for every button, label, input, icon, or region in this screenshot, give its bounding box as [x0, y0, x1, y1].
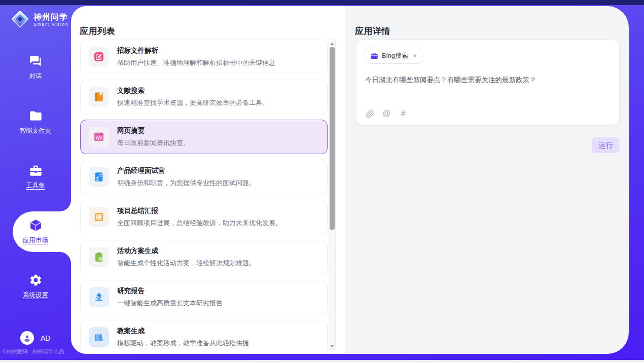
- arrow-up-icon: [330, 43, 334, 45]
- logo-title: 神州问学: [33, 13, 69, 22]
- app-list-pane: 应用列表 招标文件解析帮助用户快速、准确地理解和解析招标书中的关键信息文献搜索快…: [71, 6, 345, 354]
- app-detail-pane: 应用详情 Bing搜索 × 今日湖北有哪些新闻要点？有哪些需要关注的最新政策？ …: [345, 6, 629, 354]
- at-sign-icon[interactable]: @: [382, 109, 391, 118]
- app-card[interactable]: 招标文件解析帮助用户快速、准确地理解和解析招标书中的关键信息: [80, 40, 328, 74]
- scroll-up-button[interactable]: [329, 40, 335, 47]
- app-card[interactable]: 网页摘要每日政府新闻资讯快查。: [80, 120, 328, 154]
- app-logo: 神州问学 Smart Vision: [11, 10, 69, 30]
- app-card-desc: 全面回顾项目进展，总结经验教训，助力未来优化发展。: [117, 219, 282, 228]
- cube-icon: [29, 219, 43, 232]
- app-card[interactable]: 研究报告一键智能生成高质量长文本研究报告: [80, 280, 328, 314]
- input-toolbar: @#: [365, 109, 408, 118]
- scroll-down-button[interactable]: [329, 342, 335, 349]
- app-card-desc: 模板驱动，教案秒成，教学准备从此轻松快捷: [117, 339, 249, 348]
- app-card[interactable]: 教案生成模板驱动，教案秒成，教学准备从此轻松快捷: [80, 320, 328, 350]
- sidebar: 神州问学 Smart Vision 对话智能文件夹工具集应用市场系统设置 AD …: [0, 5, 71, 360]
- arrow-down-icon: [330, 345, 334, 347]
- scrollbar[interactable]: [329, 40, 336, 350]
- bottom-strip: [0, 360, 644, 362]
- app-card-title: 产品经理面试官: [117, 166, 256, 175]
- clipboard-check-icon: [89, 247, 109, 267]
- sidebar-item-folder[interactable]: 智能文件夹: [0, 95, 71, 150]
- user-avatar[interactable]: [20, 331, 34, 345]
- app-card-desc: 一键智能生成高质量长文本研究报告: [117, 299, 223, 308]
- browser-code-icon: [89, 127, 109, 147]
- logo-subtitle: Smart Vision: [33, 22, 69, 27]
- sidebar-item-chat[interactable]: 对话: [0, 40, 71, 95]
- app-card-desc: 快速精准查找学术资源，提高研究效率的必备工具。: [117, 98, 269, 107]
- hash-icon[interactable]: #: [399, 109, 408, 118]
- app-card-title: 招标文件解析: [117, 46, 275, 55]
- folder-icon: [29, 109, 43, 123]
- copyright-text: ©神州数码 · 神州问学出品: [3, 348, 64, 355]
- app-card-desc: 每日政府新闻资讯快查。: [117, 138, 190, 148]
- resume-person-icon: [89, 167, 109, 187]
- gear-icon: [29, 273, 43, 287]
- microscope-icon: [89, 287, 109, 307]
- app-card-title: 研究报告: [117, 286, 223, 296]
- paperclip-icon[interactable]: [365, 109, 374, 118]
- diamond-logo-icon: [11, 10, 29, 30]
- app-card[interactable]: 文献搜索快速精准查找学术资源，提高研究效率的必备工具。: [80, 80, 328, 114]
- sidebar-item-gear[interactable]: 系统设置: [0, 259, 71, 314]
- user-menu[interactable]: AD: [20, 331, 50, 345]
- doc-edit-icon: [89, 47, 109, 67]
- briefcase-icon: [370, 52, 378, 60]
- tool-chip-bing-search[interactable]: Bing搜索 ×: [365, 48, 422, 64]
- app-card-desc: 明确身份和职责，为您提供专业性的面试问题。: [117, 178, 256, 188]
- app-card-title: 文献搜索: [117, 86, 269, 95]
- scrollbar-thumb[interactable]: [330, 47, 335, 230]
- app-card-title: 活动方案生成: [117, 246, 256, 256]
- prompt-input-card[interactable]: Bing搜索 × 今日湖北有哪些新闻要点？有哪些需要关注的最新政策？ @#: [356, 40, 620, 125]
- sidebar-item-cube[interactable]: 应用市场: [0, 204, 71, 259]
- app-card[interactable]: 产品经理面试官明确身份和职责，为您提供专业性的面试问题。: [80, 160, 328, 194]
- toolbox-icon: [29, 164, 43, 177]
- app-list-title: 应用列表: [80, 25, 115, 37]
- sidebar-item-toolbox[interactable]: 工具集: [0, 150, 71, 204]
- tool-chip-label: Bing搜索: [382, 51, 408, 60]
- app-card-title: 网页摘要: [117, 126, 190, 135]
- app-card-desc: 帮助用户快速、准确地理解和解析招标书中的关键信息: [117, 58, 275, 67]
- sidebar-item-label: 工具集: [26, 182, 45, 190]
- user-name: AD: [41, 334, 50, 342]
- app-list: 招标文件解析帮助用户快速、准确地理解和解析招标书中的关键信息文献搜索快速精准查找…: [80, 40, 328, 350]
- sidebar-item-label: 系统设置: [23, 291, 48, 300]
- books-icon: [89, 327, 109, 347]
- note-grid-icon: [89, 207, 109, 227]
- run-button[interactable]: 运行: [592, 137, 620, 153]
- sidebar-item-label: 应用市场: [23, 236, 48, 245]
- close-icon[interactable]: ×: [413, 52, 417, 59]
- app-card[interactable]: 项目总结汇报全面回顾项目进展，总结经验教训，助力未来优化发展。: [80, 200, 328, 234]
- query-text[interactable]: 今日湖北有哪些新闻要点？有哪些需要关注的最新政策？: [365, 76, 611, 85]
- app-detail-title: 应用详情: [355, 25, 390, 37]
- main-panels: 应用列表 招标文件解析帮助用户快速、准确地理解和解析招标书中的关键信息文献搜索快…: [71, 6, 629, 354]
- sidebar-item-label: 对话: [29, 72, 42, 81]
- sidebar-nav: 对话智能文件夹工具集应用市场系统设置: [0, 40, 71, 314]
- sidebar-item-label: 智能文件夹: [20, 127, 52, 135]
- app-card-desc: 智能生成个性化活动方案，轻松解决规划难题。: [117, 259, 256, 268]
- chat-icon: [29, 54, 43, 68]
- app-card-title: 教案生成: [117, 327, 249, 336]
- app-card-title: 项目总结汇报: [117, 206, 282, 215]
- app-card[interactable]: 活动方案生成智能生成个性化活动方案，轻松解决规划难题。: [80, 240, 328, 274]
- book-icon: [89, 87, 109, 107]
